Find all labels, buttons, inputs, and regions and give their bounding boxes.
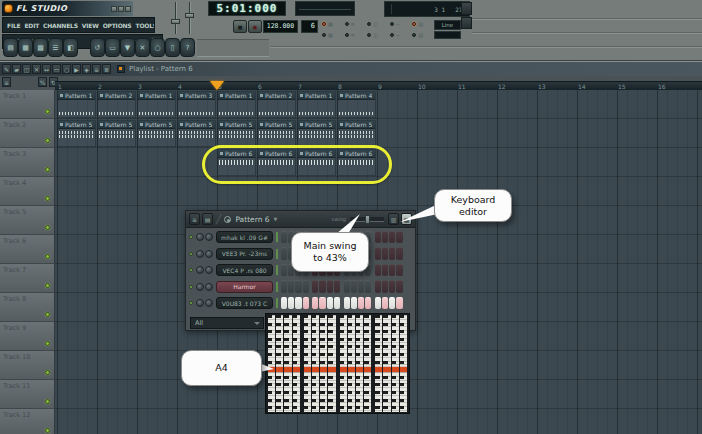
- note-a4-cell[interactable]: [364, 367, 371, 372]
- step-button[interactable]: [344, 297, 350, 310]
- record-button[interactable]: [248, 20, 262, 33]
- note-a4-cell[interactable]: [293, 367, 300, 372]
- volume-knob[interactable]: [205, 250, 213, 258]
- track-header-10[interactable]: Track 10: [0, 351, 55, 380]
- note-a4-cell[interactable]: [312, 367, 319, 372]
- menu-channels[interactable]: CHANNELS: [43, 22, 78, 29]
- note-a4-cell[interactable]: [383, 367, 390, 372]
- step-button[interactable]: [396, 264, 402, 277]
- step-button[interactable]: [382, 297, 388, 310]
- step-button[interactable]: [327, 297, 333, 310]
- step-button[interactable]: [382, 247, 388, 260]
- pattern-clip[interactable]: Pattern 5: [57, 120, 96, 147]
- pattern-clip[interactable]: Pattern 5: [97, 120, 136, 147]
- step-button[interactable]: [281, 297, 287, 310]
- playlist-button[interactable]: ▤: [3, 38, 18, 57]
- track-enable-led[interactable]: [45, 196, 50, 201]
- step-button[interactable]: [365, 280, 371, 293]
- note-a4-cell[interactable]: [375, 367, 382, 372]
- playlist-ruler[interactable]: 12345678910111213141516: [55, 81, 702, 90]
- step-button[interactable]: [375, 264, 381, 277]
- minimize-button[interactable]: [111, 6, 117, 12]
- keyboard-column[interactable]: [340, 315, 347, 412]
- keyboard-column[interactable]: [400, 315, 407, 412]
- track-enable-led[interactable]: [45, 341, 50, 346]
- step-button[interactable]: [382, 231, 388, 244]
- step-button[interactable]: [351, 297, 357, 310]
- keyboard-column[interactable]: [320, 315, 327, 412]
- pan-knob[interactable]: [196, 250, 204, 258]
- pattern-display[interactable]: 6: [301, 20, 318, 33]
- recent-button[interactable]: ▭: [105, 38, 120, 57]
- channel-led[interactable]: [189, 252, 193, 256]
- play-tool-icon[interactable]: ▶: [72, 64, 81, 74]
- pattern-clip[interactable]: Pattern 5: [337, 120, 376, 147]
- snap-selector[interactable]: Line: [434, 20, 461, 30]
- keyboard-column[interactable]: [284, 315, 291, 412]
- track-enable-led[interactable]: [45, 399, 50, 404]
- note-a4-cell[interactable]: [340, 367, 347, 372]
- keyboard-editor-panel[interactable]: [265, 313, 410, 414]
- pencil-tool-icon[interactable]: ✎: [2, 64, 11, 74]
- app-titlebar[interactable]: FL STUDIO: [2, 1, 133, 16]
- note-a4-cell[interactable]: [304, 367, 311, 372]
- pan-knob[interactable]: [196, 299, 204, 307]
- track-header-2[interactable]: Track 2: [0, 119, 55, 148]
- step-button[interactable]: [312, 280, 318, 293]
- master-pitch-slider[interactable]: [184, 2, 195, 34]
- browser-button[interactable]: ◧: [63, 38, 78, 57]
- cut-button[interactable]: ✕: [135, 38, 150, 57]
- step-button[interactable]: [319, 297, 325, 310]
- pan-knob[interactable]: [196, 283, 204, 291]
- channel-select-led[interactable]: [276, 282, 278, 292]
- keyboard-column[interactable]: [348, 315, 355, 412]
- help-button[interactable]: ?: [180, 38, 195, 57]
- transport-toggle[interactable]: ≡: [345, 30, 367, 40]
- channel-button[interactable]: VEC4 P .rs 080: [216, 264, 273, 276]
- pattern-clip[interactable]: Pattern 6: [257, 149, 296, 176]
- track-enable-led[interactable]: [45, 138, 50, 143]
- step-button[interactable]: [288, 280, 294, 293]
- note-a4-cell[interactable]: [348, 367, 355, 372]
- step-button[interactable]: [375, 297, 381, 310]
- rack-menu-button[interactable]: ≡: [189, 213, 200, 225]
- keyboard-column[interactable]: [375, 315, 382, 412]
- keyboard-column[interactable]: [364, 315, 371, 412]
- graph-editor-button[interactable]: ▥: [388, 213, 399, 225]
- zoom-button[interactable]: ○: [150, 38, 165, 57]
- pan-knob[interactable]: [196, 233, 204, 241]
- channel-button[interactable]: V0U83 .t 073 C: [216, 297, 273, 309]
- channel-led[interactable]: [189, 235, 193, 239]
- pattern-clip[interactable]: Pattern 6: [297, 149, 336, 176]
- step-button[interactable]: [358, 280, 364, 293]
- step-button[interactable]: [312, 297, 318, 310]
- track-enable-led[interactable]: [45, 254, 50, 259]
- track-enable-led[interactable]: [45, 283, 50, 288]
- pattern-clip[interactable]: Pattern 3: [177, 91, 216, 118]
- transport-toggle[interactable]: ▦: [322, 19, 344, 29]
- step-sequencer-button[interactable]: ▦: [18, 38, 33, 57]
- track-header-1[interactable]: Track 1: [0, 90, 55, 119]
- step-button[interactable]: [288, 297, 294, 310]
- step-button[interactable]: [295, 280, 301, 293]
- keyboard-column[interactable]: [356, 315, 363, 412]
- menu-edit[interactable]: EDIT: [24, 22, 39, 29]
- step-button[interactable]: [344, 280, 350, 293]
- channel-button[interactable]: mhak kl .09 G#: [216, 231, 273, 243]
- volume-knob[interactable]: [205, 233, 213, 241]
- pattern-clip[interactable]: Pattern 1: [137, 91, 176, 118]
- track-header-5[interactable]: Track 5: [0, 206, 55, 235]
- note-a4-cell[interactable]: [356, 367, 363, 372]
- step-button[interactable]: [295, 297, 301, 310]
- pattern-clip[interactable]: Pattern 5: [217, 120, 256, 147]
- channel-select-led[interactable]: [276, 265, 278, 275]
- pattern-clip[interactable]: Pattern 1: [297, 91, 336, 118]
- document-button[interactable]: ▯: [165, 38, 180, 57]
- track-header-8[interactable]: Track 8: [0, 293, 55, 322]
- keyboard-column[interactable]: [293, 315, 300, 412]
- note-a4-cell[interactable]: [328, 367, 335, 372]
- snap-selector-secondary[interactable]: [434, 31, 461, 39]
- track-enable-led[interactable]: [45, 312, 50, 317]
- volume-knob[interactable]: [205, 299, 213, 307]
- transport-toggle[interactable]: ▤: [412, 19, 434, 29]
